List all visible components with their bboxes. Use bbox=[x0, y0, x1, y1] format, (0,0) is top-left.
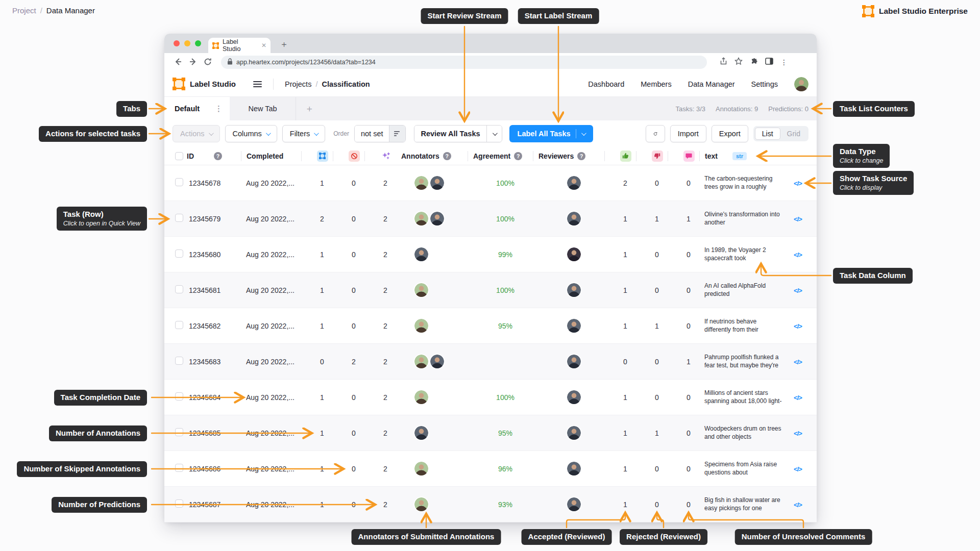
annotator-avatar[interactable] bbox=[567, 426, 581, 440]
share-icon[interactable] bbox=[720, 57, 727, 67]
actions-button[interactable]: Actions bbox=[173, 125, 220, 142]
annotator-avatar[interactable] bbox=[430, 212, 444, 226]
table-row[interactable]: 12345679Aug 20 2022,...202100%111Olivine… bbox=[164, 201, 817, 237]
new-browser-tab-icon[interactable]: ＋ bbox=[280, 38, 288, 50]
data-type-badge[interactable]: str bbox=[732, 152, 747, 160]
show-task-source-icon[interactable]: </> bbox=[794, 465, 802, 473]
help-icon[interactable]: ? bbox=[577, 152, 585, 160]
annotator-avatar[interactable] bbox=[414, 426, 428, 440]
sort-order-icon[interactable] bbox=[389, 126, 405, 142]
annotator-avatar[interactable] bbox=[567, 319, 581, 333]
annotator-avatar[interactable] bbox=[414, 176, 428, 190]
user-avatar[interactable] bbox=[794, 77, 808, 91]
table-row[interactable]: 12345678Aug 20 2022,...102100%200The car… bbox=[164, 165, 817, 201]
annotator-avatar[interactable] bbox=[567, 212, 581, 226]
table-row[interactable]: 12345684Aug 20 2022,...102100%100Million… bbox=[164, 380, 817, 415]
accepted-thumb-up-icon[interactable] bbox=[620, 151, 631, 162]
order-value[interactable]: not set bbox=[355, 126, 389, 142]
review-all-tasks-button[interactable]: Review All Tasks bbox=[414, 126, 486, 142]
export-button[interactable]: Export bbox=[712, 125, 748, 142]
row-checkbox[interactable] bbox=[175, 285, 183, 293]
row-checkbox[interactable] bbox=[175, 499, 183, 508]
table-row[interactable]: 12345683Aug 20 2022,...022001Pahrump poo… bbox=[164, 344, 817, 380]
show-task-source-icon[interactable]: </> bbox=[794, 215, 802, 223]
annotations-count-icon[interactable] bbox=[317, 151, 328, 162]
help-icon[interactable]: ? bbox=[514, 152, 522, 160]
show-task-source-icon[interactable]: </> bbox=[794, 180, 802, 187]
hamburger-menu-icon[interactable] bbox=[253, 81, 262, 87]
annotator-avatar[interactable] bbox=[414, 462, 428, 475]
address-bar[interactable]: app.heartex.com/projects/123456/data?tab… bbox=[221, 56, 707, 69]
annotator-avatar[interactable] bbox=[567, 497, 581, 511]
predictions-sparkles-icon[interactable] bbox=[380, 151, 391, 162]
app-logo-text[interactable]: Label Studio bbox=[190, 80, 236, 88]
columns-button[interactable]: Columns bbox=[225, 125, 277, 142]
annotator-avatar[interactable] bbox=[414, 497, 428, 511]
row-checkbox[interactable] bbox=[175, 464, 183, 472]
annotator-avatar[interactable] bbox=[567, 247, 581, 261]
show-task-source-icon[interactable]: </> bbox=[794, 251, 802, 259]
annotator-avatar[interactable] bbox=[414, 247, 428, 261]
annotator-avatar[interactable] bbox=[414, 283, 428, 297]
show-task-source-icon[interactable]: </> bbox=[794, 322, 802, 330]
annotator-avatar[interactable] bbox=[414, 319, 428, 333]
annotator-avatar[interactable] bbox=[567, 176, 581, 190]
breadcrumb-project[interactable]: Project bbox=[12, 6, 36, 15]
annotator-avatar[interactable] bbox=[414, 355, 428, 368]
show-task-source-icon[interactable]: </> bbox=[794, 430, 802, 437]
browser-menu-kebab-icon[interactable]: ⋮ bbox=[780, 58, 788, 66]
nav-settings[interactable]: Settings bbox=[751, 80, 778, 88]
maximize-window-icon[interactable] bbox=[195, 40, 201, 46]
app-breadcrumb-projects[interactable]: Projects bbox=[285, 80, 311, 88]
annotator-avatar[interactable] bbox=[567, 390, 581, 404]
close-tab-icon[interactable]: ✕ bbox=[261, 42, 266, 49]
row-checkbox[interactable] bbox=[175, 321, 183, 329]
close-window-icon[interactable] bbox=[174, 40, 180, 46]
row-checkbox[interactable] bbox=[175, 249, 183, 258]
table-row[interactable]: 12345682Aug 20 2022,...10295%110If neutr… bbox=[164, 308, 817, 344]
annotator-avatar[interactable] bbox=[430, 355, 444, 368]
import-button[interactable]: Import bbox=[670, 125, 706, 142]
skipped-annotations-icon[interactable] bbox=[349, 151, 360, 162]
comments-icon[interactable] bbox=[683, 151, 695, 162]
label-all-tasks-button[interactable]: Label All Tasks bbox=[509, 125, 593, 142]
row-checkbox[interactable] bbox=[175, 214, 183, 222]
show-task-source-icon[interactable]: </> bbox=[794, 501, 802, 509]
show-task-source-icon[interactable]: </> bbox=[794, 358, 802, 366]
filters-button[interactable]: Filters bbox=[282, 125, 325, 142]
row-checkbox[interactable] bbox=[175, 392, 183, 400]
col-id[interactable]: ID bbox=[187, 152, 194, 160]
show-task-source-icon[interactable]: </> bbox=[794, 287, 802, 294]
annotator-avatar[interactable] bbox=[414, 212, 428, 226]
annotator-avatar[interactable] bbox=[567, 283, 581, 297]
help-icon[interactable]: ? bbox=[214, 152, 222, 160]
add-view-tab-icon[interactable]: ＋ bbox=[296, 97, 323, 120]
col-reviewers[interactable]: Reviewers bbox=[538, 152, 574, 160]
app-logo-icon[interactable] bbox=[173, 78, 185, 90]
ordering-control[interactable]: not set bbox=[354, 125, 406, 142]
row-checkbox[interactable] bbox=[175, 178, 183, 186]
bookmark-star-icon[interactable] bbox=[734, 57, 743, 67]
list-view-button[interactable]: List bbox=[755, 128, 780, 140]
reload-icon[interactable] bbox=[202, 58, 213, 67]
row-checkbox[interactable] bbox=[175, 428, 183, 436]
annotator-avatar[interactable] bbox=[567, 462, 581, 475]
annotator-avatar[interactable] bbox=[567, 355, 581, 368]
minimize-window-icon[interactable] bbox=[184, 40, 190, 46]
refresh-button[interactable] bbox=[646, 125, 665, 142]
browser-tab[interactable]: Label Studio ✕ bbox=[208, 38, 271, 53]
table-row[interactable]: 12345687Aug 20 2022,...10293%100Big fish… bbox=[164, 487, 817, 522]
select-all-checkbox[interactable] bbox=[175, 152, 183, 160]
row-checkbox[interactable] bbox=[175, 357, 183, 365]
nav-members[interactable]: Members bbox=[641, 80, 671, 88]
col-completed[interactable]: Completed bbox=[247, 152, 283, 160]
show-task-source-icon[interactable]: </> bbox=[794, 394, 802, 402]
back-icon[interactable] bbox=[173, 58, 184, 67]
nav-dashboard[interactable]: Dashboard bbox=[588, 80, 624, 88]
annotator-avatar[interactable] bbox=[414, 390, 428, 404]
help-icon[interactable]: ? bbox=[443, 152, 451, 160]
extensions-puzzle-icon[interactable] bbox=[750, 57, 758, 67]
table-row[interactable]: 12345685Aug 20 2022,...10295%110Woodpeck… bbox=[164, 415, 817, 451]
forward-icon[interactable] bbox=[187, 58, 199, 67]
annotator-avatar[interactable] bbox=[430, 176, 444, 190]
